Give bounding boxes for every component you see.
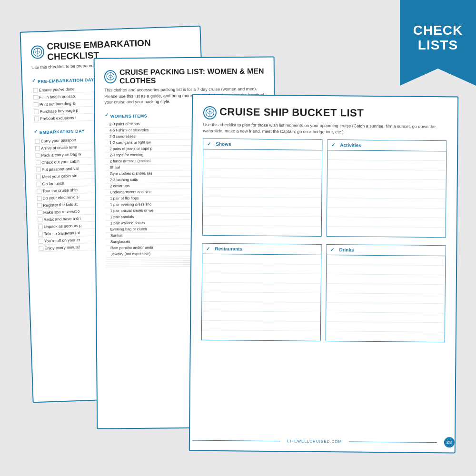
bucket-footer: LIFEWELLCRUISED.COM 28 [190,435,455,448]
footer-line-left [192,440,280,441]
footer-text: LIFEWELLCRUISED.COM [288,439,342,444]
bucket-row [203,197,321,208]
bucket-row [203,188,321,198]
bucket-bottom-grid: ✓ Restaurants ✓ Drinks [201,243,446,342]
bucket-row [203,226,321,236]
pre-embarkation-label: Pre-Embarkation Day [38,77,94,84]
section-checkmark: ✓ [34,129,38,134]
bucket-row [203,169,322,179]
bucket-row [203,178,322,188]
embarkation-icon [31,45,45,59]
shows-checkmark: ✓ [207,141,211,147]
restaurants-section: ✓ Restaurants [201,243,322,341]
activities-header: ✓ Activities [327,140,446,151]
bucket-row [327,179,446,189]
bucket-row [327,198,446,208]
packing-icon [104,70,117,83]
bucket-icon [203,106,217,119]
bucket-row [327,160,446,170]
bucket-title-row: CRUISE SHIP BUCKET LIST [203,106,447,122]
section-checkmark: ✓ [32,78,36,83]
bucket-row [327,274,445,285]
check-lists-banner: CHECKLISTS [400,0,476,86]
activities-label: Activities [340,142,361,148]
bucket-row [327,227,446,237]
page-number: 28 [444,437,455,447]
bucket-title: CRUISE SHIP BUCKET LIST [219,106,364,119]
bucket-row [326,293,445,304]
bucket-row [326,312,445,323]
bucket-row [202,292,320,303]
bucket-row [202,321,320,331]
drinks-section: ✓ Drinks [326,244,446,342]
banner-text: CHECKLISTS [413,23,463,53]
footer-line-right [349,441,437,443]
bucket-row [202,311,320,322]
shows-label: Shows [216,141,231,147]
bucket-row [202,283,321,293]
bucket-page: CRUISE SHIP BUCKET LIST Use this checkli… [189,94,459,454]
shows-section: ✓ Shows [202,139,323,237]
embarkation-day-label: Embarkation Day [40,129,85,135]
bucket-row [202,254,321,265]
activities-checkmark: ✓ [331,142,335,148]
bucket-row [203,216,321,227]
section-checkmark: ✓ [105,112,109,118]
bucket-row [202,302,320,312]
packing-title-row: CRUISE PACKING LIST: WOMEN & MEN CLOTHES [104,67,264,86]
bucket-row [203,159,322,169]
drinks-label: Drinks [339,247,354,252]
bucket-row [327,265,445,275]
bucket-row [327,169,446,180]
restaurants-label: Restaurants [215,246,242,252]
bucket-row [327,188,446,199]
shows-header: ✓ Shows [203,139,322,150]
bucket-row [326,303,445,313]
bucket-row [327,150,446,161]
bucket-row [203,149,322,160]
drinks-header: ✓ Drinks [327,245,445,256]
bucket-row [202,273,321,284]
restaurants-header: ✓ Restaurants [202,244,321,255]
bucket-row [327,217,446,228]
bucket-row [203,207,321,217]
bucket-top-grid: ✓ Shows ✓ Activities [202,139,447,238]
bucket-row [327,208,446,218]
bucket-row [202,264,321,274]
bucket-row [327,255,445,266]
drinks-checkmark: ✓ [330,247,334,252]
womens-items-label: WOMENS ITEMS [110,113,148,119]
bucket-row [326,331,445,342]
svg-line-1 [38,48,38,56]
bucket-row [202,330,320,341]
bucket-subtitle: Use this checklist to plan for those wis… [203,122,447,136]
packing-title: CRUISE PACKING LIST: WOMEN & MEN CLOTHES [119,67,264,86]
activities-section: ✓ Activities [327,139,447,238]
bucket-row [326,322,445,332]
restaurants-checkmark: ✓ [206,246,210,251]
bucket-row [327,284,445,294]
